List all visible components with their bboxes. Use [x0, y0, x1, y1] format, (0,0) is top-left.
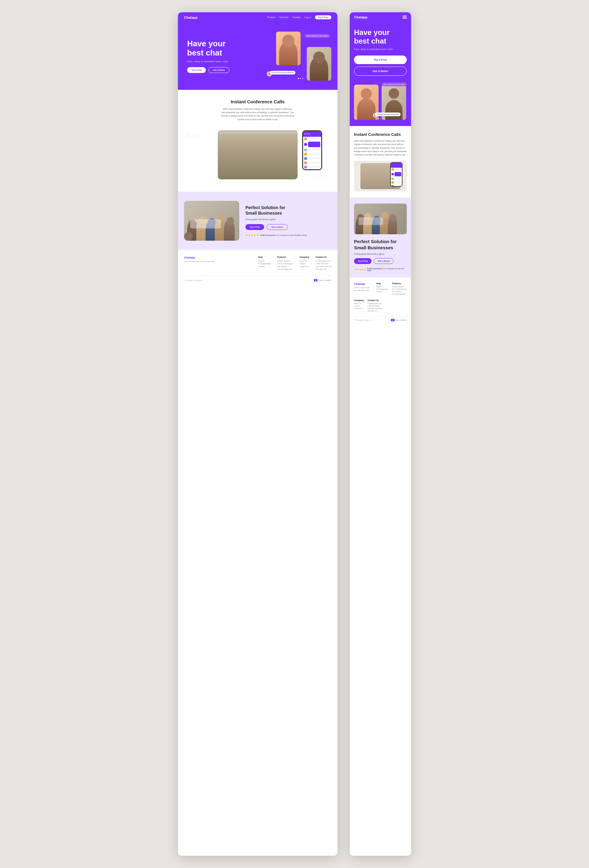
desktop-logo: Chatapp	[184, 16, 198, 19]
m-star-3: ★	[359, 268, 361, 271]
mobile-logo: Chatapp	[354, 15, 367, 19]
footer-company-heading: Company	[299, 256, 309, 258]
footer-feat-4[interactable]: User Management	[277, 268, 294, 270]
nav-link-login[interactable]: Log In	[304, 16, 311, 19]
star-2: ★	[248, 234, 251, 237]
hero-dot-2[interactable]	[300, 78, 301, 79]
m-feat-4[interactable]: User Management	[392, 293, 407, 295]
hero-dot-3[interactable]	[302, 78, 303, 79]
conf-phone-header	[303, 131, 321, 137]
m-comp-2[interactable]: Careers	[354, 305, 364, 307]
mobile-footer-tagline: The last team chat you will ever need	[354, 286, 373, 292]
footer-feat-1[interactable]: Screen Sharing	[277, 260, 294, 262]
m-dot-2[interactable]	[380, 118, 381, 119]
footer-brand: Chatapp The last team chat you will ever…	[184, 256, 252, 271]
footer-col-features: Features Screen Sharing iOS & Android Ap…	[277, 256, 294, 271]
mobile-small-biz-section: Perfect Solution for Small Businesses Pr…	[350, 198, 411, 278]
mobile-footer-col-contact: Contact Us info@chatapp.com 1-800-555-55…	[367, 299, 382, 313]
m-conf-chat-4	[391, 181, 402, 184]
m-feat-1[interactable]: Screen Sharing	[392, 286, 407, 288]
m-conf-chat-1	[391, 168, 402, 171]
mobile-footer-col-help: Help Support Knowledgebase Training	[376, 282, 388, 295]
m-star-5: ★	[364, 268, 366, 271]
m-star-4: ★	[361, 268, 364, 271]
hamburger-line-3	[403, 18, 407, 19]
desktop-hero-demo-button[interactable]: Get a Demo	[208, 67, 229, 73]
m-help-3[interactable]: Training	[376, 291, 388, 292]
mobile-footer-brand-name: Chatapp	[354, 282, 373, 285]
m-help-2[interactable]: Knowledgebase	[376, 288, 388, 290]
hamburger-menu[interactable]	[403, 16, 407, 19]
mobile-biz-try-free-button[interactable]: Try it Free	[354, 258, 371, 264]
mobile-rating-text: 5,200 businesses use Chatapp and rate it…	[367, 268, 407, 272]
biz-try-free-button[interactable]: Try it Free	[246, 224, 264, 230]
desktop-hero-try-free-button[interactable]: Try it Free	[187, 67, 206, 73]
mobile-stars: ★ ★ ★ ★ ★	[354, 268, 366, 271]
footer-help-1[interactable]: Support	[258, 260, 271, 262]
footer-help-heading: Help	[258, 256, 271, 258]
desktop-small-biz-section: Perfect Solution for Small Businesses Pr…	[178, 192, 337, 250]
mobile-hero-carousel-dots	[377, 118, 383, 119]
star-3: ★	[251, 234, 253, 237]
mobile-footer-col-company: Company About Us Careers Contact Us	[354, 299, 364, 313]
hero-dot-1[interactable]	[298, 78, 299, 79]
m-comp-3[interactable]: Contact Us	[354, 307, 364, 309]
conf-chat-7	[303, 165, 321, 169]
mobile-webflow-label: Made in Webflow	[395, 319, 407, 321]
m-feat-2[interactable]: iOS & Android Apps	[392, 288, 407, 290]
footer-help-2[interactable]: Knowledgebase	[258, 263, 271, 264]
mobile-conference-section: Instant Conference Calls With reservatio…	[350, 126, 411, 198]
m-feat-3[interactable]: File Sharing	[392, 291, 407, 292]
m-contact-1[interactable]: info@chatapp.com	[367, 303, 382, 304]
nav-link-product[interactable]: Product	[267, 16, 275, 19]
footer-contact-2: 1-800-555-5555	[315, 263, 331, 264]
m-comp-1[interactable]: About Us	[354, 303, 364, 304]
m-help-1[interactable]: Support	[376, 286, 388, 288]
conference-phone	[302, 130, 322, 170]
footer-top: Chatapp The last team chat you will ever…	[184, 256, 331, 271]
footer-comp-2[interactable]: Careers	[299, 263, 309, 264]
mobile-conference-image	[354, 161, 407, 191]
mobile-webflow-badge: W Made in Webflow	[391, 319, 407, 321]
footer-feat-3[interactable]: File Sharing	[277, 266, 294, 267]
footer-comp-3[interactable]: Contact Us	[299, 266, 309, 267]
mobile-footer-contact-heading: Contact Us	[367, 299, 382, 301]
conf-chat-5	[303, 156, 321, 161]
conference-image-container	[184, 127, 331, 182]
conf-dots-left	[187, 133, 201, 138]
mobile-conf-phone-screen	[391, 163, 402, 186]
m-dot-1[interactable]	[377, 118, 379, 119]
m-dot-3[interactable]	[382, 118, 383, 119]
nav-link-contact[interactable]: Contact	[292, 16, 301, 19]
mobile-biz-rating: ★ ★ ★ ★ ★ 5,200 businesses use Chatapp a…	[354, 268, 407, 272]
footer-help-3[interactable]: Training	[258, 266, 271, 267]
mobile-biz-demo-button[interactable]: Get a Demo	[374, 258, 394, 264]
small-biz-title: Perfect Solution for Small Businesses	[246, 205, 331, 216]
desktop-nav: Chatapp Product Services Contact Log In …	[178, 12, 337, 22]
mobile-footer-bottom: © Copyright Chatapp Inc. W Made in Webfl…	[354, 316, 407, 321]
footer-feat-2[interactable]: iOS & Android Apps	[277, 263, 294, 264]
footer-contact-1[interactable]: info@chatapp.com	[315, 260, 331, 262]
mobile-demo-button[interactable]: Get a Demo	[354, 66, 407, 76]
m-contact-2: 1-800-555-5555	[367, 305, 382, 307]
mobile-hero-headline: Have your best chat	[354, 28, 407, 45]
biz-demo-button[interactable]: Get a Demo	[266, 224, 288, 230]
desktop-hero: Have your best chat Fast, easy & unlimit…	[178, 22, 337, 90]
mobile-footer-company-heading: Company	[354, 299, 364, 301]
m-conf-chat-5	[391, 184, 402, 187]
hero-face-1	[276, 32, 300, 65]
mobile-try-free-button[interactable]: Try it Free	[354, 56, 407, 64]
nav-link-services[interactable]: Services	[279, 16, 289, 19]
mobile-conf-phone	[390, 162, 403, 187]
mobile-hero-subtext: Fast, easy & unlimited team chat.	[354, 47, 407, 51]
footer-tagline: The last team chat you will ever need	[184, 260, 252, 263]
m-contact-3: 100 Deer Creek Rd	[367, 307, 382, 309]
nav-try-free-button[interactable]: Try it Free	[315, 15, 331, 19]
mobile-conference-desc: With reservationless conference calling,…	[354, 139, 407, 156]
mobile-hero: Have your best chat Fast, easy & unlimit…	[350, 22, 411, 126]
desktop-hero-headline: Have your best chat	[187, 39, 229, 58]
desktop-hero-text: Have your best chat Fast, easy & unlimit…	[187, 39, 229, 73]
footer-comp-1[interactable]: About Us	[299, 260, 309, 262]
mobile-footer-help-heading: Help	[376, 282, 388, 285]
footer-contact-heading: Contact Us	[315, 256, 331, 258]
